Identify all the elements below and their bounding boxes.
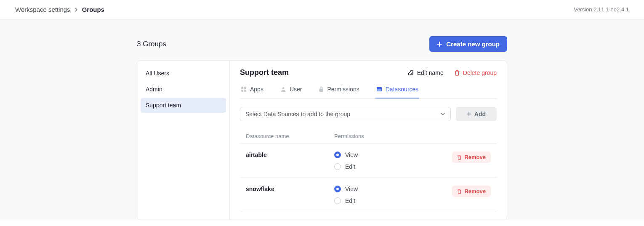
- version-label: Version 2.11.1-ee2.4.1: [574, 6, 629, 13]
- breadcrumb-parent[interactable]: Workspace settings: [15, 6, 70, 13]
- tab-apps[interactable]: Apps: [240, 82, 264, 98]
- datasource-name: snowflake: [246, 186, 334, 192]
- row-action: Remove: [444, 152, 491, 163]
- permission-group: View Edit: [334, 186, 444, 204]
- remove-button[interactable]: Remove: [452, 152, 491, 163]
- tab-user-label: User: [290, 86, 302, 93]
- chevron-right-icon: [75, 8, 78, 12]
- sidebar-item-admin[interactable]: Admin: [141, 82, 226, 97]
- svg-rect-7: [377, 87, 382, 88]
- table-row: snowflake View Edit: [240, 178, 497, 212]
- add-datasource-row: Select Data Sources to add to the group …: [240, 107, 497, 121]
- svg-rect-2: [241, 90, 243, 92]
- groups-card: All Users Admin Support team Support tea…: [137, 60, 507, 220]
- chevron-down-icon: [440, 112, 445, 116]
- header-action: [444, 133, 491, 139]
- tab-user[interactable]: User: [279, 82, 303, 98]
- edit-name-button[interactable]: Edit name: [408, 69, 444, 76]
- datasource-table: Datasource name Permissions airtable Vie…: [240, 129, 497, 212]
- svg-rect-3: [244, 90, 246, 92]
- permission-edit-label: Edit: [345, 163, 355, 170]
- group-title: Support team: [240, 68, 289, 77]
- breadcrumb: Workspace settings Groups: [15, 6, 104, 13]
- create-group-button[interactable]: Create new group: [429, 36, 507, 52]
- plus-icon: [437, 42, 442, 47]
- svg-rect-8: [377, 89, 381, 90]
- groups-sidebar: All Users Admin Support team: [137, 61, 230, 220]
- edit-name-label: Edit name: [417, 69, 444, 76]
- radio-checked-icon: [334, 152, 341, 158]
- remove-label: Remove: [464, 154, 486, 160]
- datasource-icon: [376, 87, 382, 92]
- groups-count: 3 Groups: [137, 40, 166, 48]
- add-button[interactable]: Add: [456, 107, 497, 121]
- radio-unchecked-icon: [334, 197, 341, 204]
- lock-icon: [319, 86, 324, 92]
- delete-group-button[interactable]: Delete group: [455, 69, 497, 76]
- delete-group-label: Delete group: [463, 69, 497, 76]
- breadcrumb-current: Groups: [82, 6, 104, 13]
- plus-icon: [467, 112, 471, 116]
- group-content: Support team Edit name Delete group: [230, 61, 507, 220]
- svg-rect-5: [319, 89, 323, 92]
- apps-icon: [241, 86, 247, 92]
- radio-checked-icon: [334, 186, 341, 192]
- edit-icon: [408, 70, 414, 76]
- page-header: 3 Groups Create new group: [137, 36, 507, 52]
- topbar: Workspace settings Groups Version 2.11.1…: [0, 0, 644, 19]
- header-datasource-name: Datasource name: [246, 133, 334, 139]
- permission-edit-option[interactable]: Edit: [334, 197, 444, 204]
- permission-view-label: View: [345, 152, 358, 158]
- tab-permissions-label: Permissions: [327, 86, 359, 93]
- table-header: Datasource name Permissions: [240, 129, 497, 144]
- svg-point-4: [282, 87, 284, 89]
- svg-rect-1: [244, 87, 246, 89]
- page-content: 3 Groups Create new group All Users Admi…: [0, 19, 644, 220]
- trash-icon: [457, 189, 462, 194]
- tab-datasources-label: Datasources: [386, 86, 419, 93]
- user-icon: [280, 86, 286, 92]
- permission-view-option[interactable]: View: [334, 186, 444, 192]
- svg-rect-0: [241, 87, 243, 89]
- permission-view-label: View: [345, 186, 358, 192]
- tab-datasources[interactable]: Datasources: [375, 82, 420, 98]
- datasource-select[interactable]: Select Data Sources to add to the group: [240, 107, 451, 121]
- header-actions: Edit name Delete group: [408, 69, 497, 76]
- tab-apps-label: Apps: [250, 86, 263, 93]
- header-permissions: Permissions: [334, 133, 444, 139]
- permission-edit-option[interactable]: Edit: [334, 163, 444, 170]
- table-row: airtable View Edit: [240, 144, 497, 178]
- permission-edit-label: Edit: [345, 197, 355, 204]
- create-group-label: Create new group: [446, 40, 500, 48]
- tab-permissions[interactable]: Permissions: [318, 82, 360, 98]
- content-header: Support team Edit name Delete group: [240, 68, 497, 77]
- row-action: Remove: [444, 186, 491, 197]
- svg-rect-9: [377, 90, 381, 90]
- trash-icon: [457, 155, 462, 160]
- remove-label: Remove: [464, 188, 486, 194]
- sidebar-item-support-team[interactable]: Support team: [141, 98, 226, 113]
- remove-button[interactable]: Remove: [452, 186, 491, 197]
- tabs: Apps User Permissions: [240, 81, 497, 98]
- permission-group: View Edit: [334, 152, 444, 170]
- sidebar-item-all-users[interactable]: All Users: [141, 66, 226, 81]
- add-button-label: Add: [474, 111, 486, 117]
- datasource-name: airtable: [246, 152, 334, 158]
- datasource-select-placeholder: Select Data Sources to add to the group: [245, 111, 350, 117]
- permission-view-option[interactable]: View: [334, 152, 444, 158]
- trash-icon: [455, 70, 460, 76]
- radio-unchecked-icon: [334, 163, 341, 170]
